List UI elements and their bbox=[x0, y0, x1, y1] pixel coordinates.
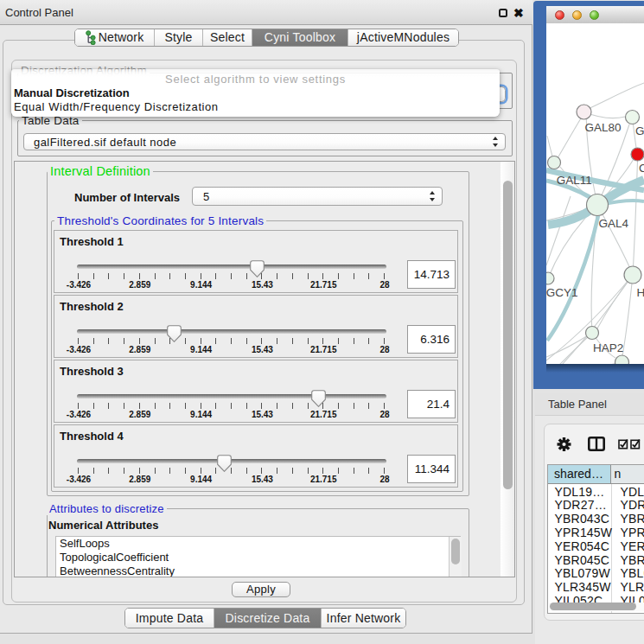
svg-text:GAL80: GAL80 bbox=[584, 121, 621, 134]
svg-text:GAL4: GAL4 bbox=[599, 217, 629, 230]
svg-text:GCY1: GCY1 bbox=[546, 286, 578, 299]
svg-text:C: C bbox=[639, 162, 644, 175]
svg-text:GAL11: GAL11 bbox=[557, 174, 592, 187]
svg-text:HAP2: HAP2 bbox=[593, 341, 623, 354]
svg-text:H: H bbox=[636, 286, 644, 299]
svg-text:G.: G. bbox=[635, 124, 644, 137]
